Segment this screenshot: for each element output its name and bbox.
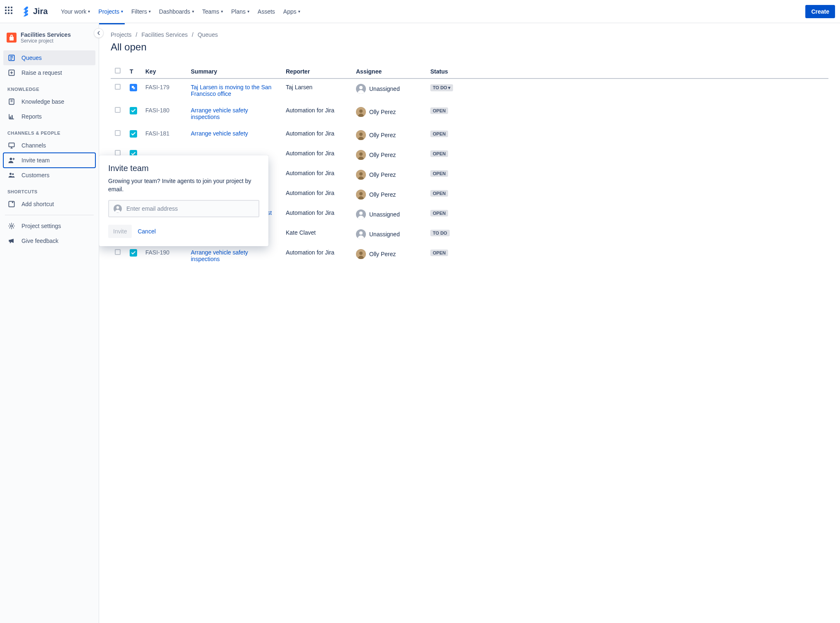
section-shortcuts: SHORTCUTS	[3, 183, 95, 197]
breadcrumb-project[interactable]: Facilities Services	[141, 31, 187, 38]
table-row: FASI-179 Taj Larsen is moving to the San…	[111, 78, 828, 102]
sidebar-item-raise-a-request[interactable]: Raise a request	[3, 65, 95, 80]
breadcrumb-queues[interactable]: Queues	[197, 31, 218, 38]
jira-logo[interactable]: Jira	[21, 7, 48, 17]
sidebar-item-label: Customers	[21, 172, 50, 178]
chevron-down-icon: ▾	[192, 9, 194, 14]
row-checkbox[interactable]	[115, 249, 121, 255]
status-badge[interactable]: OPEN	[430, 210, 448, 216]
raise-icon	[7, 69, 16, 77]
status-badge[interactable]: TO DO	[430, 230, 450, 236]
section-knowledge: KNOWLEDGE	[3, 80, 95, 94]
create-button[interactable]: Create	[805, 5, 835, 18]
svg-point-31	[116, 206, 119, 209]
sidebar-item-knowledge-base[interactable]: Knowledge base	[3, 94, 95, 109]
select-all-checkbox[interactable]	[115, 68, 121, 74]
svg-point-21	[359, 172, 363, 176]
project-name: Facilities Services	[21, 31, 71, 38]
sidebar-item-add-shortcut[interactable]: Add shortcut	[3, 197, 95, 212]
chevron-down-icon: ▾	[121, 9, 123, 14]
status-badge[interactable]: OPEN	[430, 190, 448, 197]
sidebar-item-invite-team[interactable]: Invite team	[3, 153, 95, 168]
svg-point-7	[9, 173, 12, 175]
sidebar-item-label: Give feedback	[21, 238, 59, 244]
assignee-avatar	[356, 170, 366, 180]
issue-summary-link[interactable]: Arrange vehicle safety inspections	[191, 249, 248, 262]
col-reporter[interactable]: Reporter	[282, 64, 352, 78]
reporter-name: Taj Larsen	[286, 84, 313, 90]
nav-your-work[interactable]: Your work▾	[58, 6, 94, 17]
sidebar-item-label: Reports	[21, 113, 42, 120]
nav-dashboards[interactable]: Dashboards▾	[156, 6, 197, 17]
status-badge[interactable]: OPEN	[430, 131, 448, 137]
col-key[interactable]: Key	[141, 64, 187, 78]
email-input[interactable]	[126, 205, 254, 212]
assignee-name: Unassigned	[369, 211, 400, 218]
issue-summary-link[interactable]: Arrange vehicle safety inspections	[191, 107, 248, 120]
nav-plans[interactable]: Plans▾	[228, 6, 253, 17]
svg-rect-9	[9, 201, 14, 207]
popover-title: Invite team	[108, 164, 259, 173]
issue-key[interactable]: FASI-181	[145, 130, 169, 137]
assignee-avatar	[356, 249, 366, 259]
jira-icon	[21, 7, 31, 17]
issue-key[interactable]: FASI-190	[145, 249, 169, 256]
sidebar-item-project-settings[interactable]: Project settings	[3, 219, 95, 233]
book-icon	[7, 97, 16, 106]
col-status[interactable]: Status	[426, 64, 828, 78]
person-add-icon	[7, 156, 16, 164]
sidebar-divider	[5, 215, 94, 215]
sidebar-item-customers[interactable]: Customers	[3, 168, 95, 183]
nav-assets[interactable]: Assets	[254, 6, 278, 17]
sidebar-item-label: Add shortcut	[21, 201, 54, 207]
row-checkbox[interactable]	[115, 84, 121, 90]
sidebar-item-label: Queues	[21, 55, 42, 61]
status-badge[interactable]: OPEN	[430, 250, 448, 256]
breadcrumb: Projects / Facilities Services / Queues	[111, 31, 828, 38]
row-checkbox[interactable]	[115, 150, 121, 156]
sidebar-item-queues[interactable]: Queues	[3, 50, 95, 65]
cancel-button[interactable]: Cancel	[138, 228, 156, 235]
sidebar-item-reports[interactable]: Reports	[3, 109, 95, 124]
nav-items: Your work▾Projects▾Filters▾Dashboards▾Te…	[58, 6, 802, 17]
svg-point-6	[9, 158, 12, 160]
status-badge[interactable]: OPEN	[430, 150, 448, 157]
svg-point-17	[359, 133, 363, 136]
invite-button[interactable]: Invite	[108, 225, 132, 238]
status-badge[interactable]: OPEN	[430, 107, 448, 114]
sidebar-item-give-feedback[interactable]: Give feedback	[3, 233, 95, 248]
sidebar-item-label: Project settings	[21, 223, 61, 229]
svg-point-10	[11, 225, 13, 227]
invite-team-popover: Invite team Growing your team? Invite ag…	[99, 155, 268, 246]
status-badge[interactable]: OPEN	[430, 170, 448, 177]
assignee-name: Olly Perez	[369, 171, 396, 178]
issue-summary-link[interactable]: Arrange vehicle safety	[191, 130, 248, 137]
col-assignee[interactable]: Assignee	[352, 64, 426, 78]
breadcrumb-sep: /	[136, 31, 138, 38]
people-icon	[7, 171, 16, 179]
reporter-name: Automation for Jira	[286, 150, 335, 157]
reporter-name: Automation for Jira	[286, 130, 335, 137]
col-type[interactable]: T	[126, 64, 141, 78]
nav-apps[interactable]: Apps▾	[280, 6, 304, 17]
issue-type-icon	[130, 130, 137, 138]
row-checkbox[interactable]	[115, 130, 121, 136]
link-add-icon	[7, 200, 16, 208]
row-checkbox[interactable]	[115, 107, 121, 113]
svg-point-13	[359, 86, 363, 89]
nav-filters[interactable]: Filters▾	[128, 6, 154, 17]
col-summary[interactable]: Summary	[187, 64, 282, 78]
sidebar-item-channels[interactable]: Channels	[3, 138, 95, 153]
nav-teams[interactable]: Teams▾	[199, 6, 226, 17]
breadcrumb-projects[interactable]: Projects	[111, 31, 132, 38]
status-badge[interactable]: TO DO ▾	[430, 84, 453, 91]
app-switcher-icon[interactable]	[5, 7, 15, 17]
svg-rect-4	[12, 115, 13, 119]
nav-projects[interactable]: Projects▾	[95, 6, 126, 17]
reporter-name: Kate Clavet	[286, 229, 316, 236]
issue-key[interactable]: FASI-180	[145, 107, 169, 114]
issue-summary-link[interactable]: Taj Larsen is moving to the San Francisc…	[191, 84, 271, 97]
person-icon	[113, 204, 122, 213]
issue-key[interactable]: FASI-179	[145, 84, 169, 90]
svg-point-8	[12, 173, 14, 175]
